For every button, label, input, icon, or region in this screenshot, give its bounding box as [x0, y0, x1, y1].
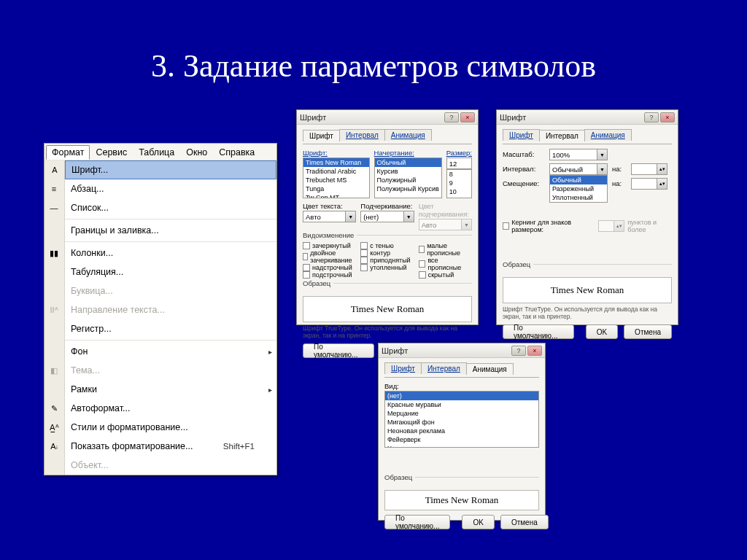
- list-item[interactable]: Фейерверк: [385, 435, 538, 444]
- menu-item[interactable]: AᵢПоказать форматирование...Shift+F1: [65, 437, 276, 456]
- size-input[interactable]: [446, 158, 472, 169]
- close-button[interactable]: ×: [527, 346, 542, 356]
- list-item[interactable]: Красные муравьи: [385, 400, 538, 409]
- list-item[interactable]: Обычный: [375, 158, 441, 167]
- default-button[interactable]: По умолчанию...: [384, 515, 450, 529]
- effect-checkbox[interactable]: надстрочный: [303, 264, 356, 271]
- kerning-spinner[interactable]: ▴▾: [598, 220, 624, 232]
- cancel-button[interactable]: Отмена: [624, 324, 672, 339]
- list-item[interactable]: Обычный: [550, 176, 607, 184]
- tab-animation[interactable]: Анимация: [584, 129, 632, 141]
- chevron-down-icon[interactable]: ▼: [597, 163, 608, 175]
- list-item[interactable]: Уплотненный: [550, 193, 607, 202]
- close-button[interactable]: ×: [460, 112, 475, 122]
- kerning-checkbox[interactable]: Кернинг для знаков размером:: [503, 219, 595, 233]
- menu-item[interactable]: Фон▸: [65, 342, 276, 361]
- menu-item[interactable]: A̲ᴬСтили и форматирование...: [65, 418, 276, 437]
- spinner-icon[interactable]: ▴▾: [657, 163, 667, 175]
- tab-animation[interactable]: Анимация: [466, 363, 514, 375]
- menu-item[interactable]: Табуляция...: [65, 262, 276, 281]
- menu-item-icon: —: [47, 201, 61, 214]
- list-item[interactable]: Курсив: [375, 167, 441, 176]
- spinner-icon[interactable]: ▴▾: [657, 178, 667, 190]
- spacing-dropdown[interactable]: Обычный Разреженный Уплотненный: [549, 175, 608, 203]
- size-list[interactable]: 8 9 10 11: [446, 169, 472, 198]
- menu-item-label: Колонки...: [71, 248, 276, 258]
- default-button[interactable]: По умолчанию...: [503, 324, 574, 339]
- ok-button[interactable]: OK: [586, 324, 618, 339]
- list-item[interactable]: Черные муравьи: [385, 444, 538, 448]
- menubar-item[interactable]: Таблица: [133, 145, 180, 160]
- list-item[interactable]: Times New Roman: [303, 158, 369, 167]
- list-item[interactable]: Полужирный Курсив: [375, 184, 441, 193]
- effects-group-label: Видоизменение: [303, 231, 357, 239]
- position-by-spinner[interactable]: ▴▾: [631, 178, 667, 190]
- effect-checkbox[interactable]: все прописные: [419, 257, 472, 271]
- close-button[interactable]: ×: [660, 112, 675, 122]
- effect-checkbox[interactable]: скрытый: [419, 271, 472, 279]
- list-item[interactable]: 8: [447, 170, 471, 179]
- menu-item[interactable]: Границы и заливка...: [65, 221, 276, 240]
- menu-item[interactable]: ≡Абзац...: [65, 179, 276, 198]
- spacing-combo[interactable]: ▼: [549, 163, 608, 175]
- menu-item[interactable]: Рамки▸: [65, 380, 276, 399]
- underline-combo[interactable]: ▼: [360, 211, 414, 222]
- effect-checkbox[interactable]: подстрочный: [303, 271, 356, 279]
- list-item[interactable]: Полужирный: [375, 176, 441, 184]
- effect-checkbox[interactable]: двойное зачеркивание: [303, 249, 356, 264]
- effect-checkbox[interactable]: зачеркнутый: [303, 242, 356, 249]
- default-button[interactable]: По умолчанию...: [303, 343, 374, 358]
- menu-item[interactable]: ✎Автоформат...: [65, 399, 276, 418]
- effect-checkbox[interactable]: утопленный: [360, 264, 414, 271]
- menu-item[interactable]: AШрифт...: [65, 160, 276, 179]
- list-item[interactable]: Tw Cen MT: [303, 193, 369, 198]
- tab-spacing[interactable]: Интервал: [339, 129, 385, 141]
- list-item[interactable]: Разреженный: [550, 184, 607, 193]
- chevron-down-icon[interactable]: ▼: [346, 211, 356, 222]
- list-item[interactable]: Traditional Arabic: [303, 167, 369, 176]
- menubar-item[interactable]: Сервис: [90, 145, 133, 160]
- tab-spacing[interactable]: Интервал: [421, 362, 467, 374]
- style-list[interactable]: Обычный Курсив Полужирный Полужирный Кур…: [374, 158, 442, 198]
- ok-button[interactable]: OK: [462, 515, 494, 529]
- menubar-item[interactable]: Формат: [46, 145, 90, 160]
- menu-item[interactable]: ▮▮Колонки...: [65, 244, 276, 262]
- animation-list[interactable]: (нет)Красные муравьиМерцаниеМигающий фон…: [384, 391, 539, 448]
- effect-checkbox[interactable]: приподнятый: [360, 257, 414, 264]
- cancel-button[interactable]: Отмена: [500, 515, 549, 529]
- color-combo[interactable]: ▼: [303, 211, 356, 222]
- list-item[interactable]: (нет): [385, 392, 538, 400]
- chevron-down-icon[interactable]: ▼: [404, 211, 414, 222]
- chevron-down-icon[interactable]: ▼: [462, 219, 472, 230]
- list-item[interactable]: Trebuchet MS: [303, 176, 369, 184]
- menu-item[interactable]: —Список...: [65, 198, 276, 217]
- list-item[interactable]: 11: [447, 196, 471, 198]
- menubar-item[interactable]: Окно: [180, 145, 213, 160]
- help-button[interactable]: ?: [644, 112, 659, 122]
- tab-font[interactable]: Шрифт: [384, 362, 422, 374]
- menu-item[interactable]: Регистр...: [65, 319, 276, 338]
- effect-checkbox[interactable]: малые прописные: [419, 242, 472, 257]
- help-button[interactable]: ?: [444, 112, 459, 122]
- scale-combo[interactable]: ▼: [549, 149, 608, 160]
- list-item[interactable]: Мерцание: [385, 409, 538, 418]
- font-list[interactable]: Times New Roman Traditional Arabic Trebu…: [303, 158, 370, 198]
- list-item[interactable]: Tunga: [303, 184, 369, 193]
- spinner-icon[interactable]: ▴▾: [614, 220, 624, 232]
- tab-animation[interactable]: Анимация: [384, 129, 432, 141]
- list-item[interactable]: Мигающий фон: [385, 418, 538, 427]
- tab-font[interactable]: Шрифт: [303, 130, 340, 141]
- list-item[interactable]: 10: [447, 187, 471, 196]
- ucolor-combo[interactable]: ▼: [419, 219, 472, 230]
- spacing-by-spinner[interactable]: ▴▾: [631, 163, 667, 175]
- tab-spacing[interactable]: Интервал: [539, 130, 585, 141]
- tab-font[interactable]: Шрифт: [503, 129, 540, 141]
- chevron-down-icon[interactable]: ▼: [597, 149, 608, 160]
- menubar-item[interactable]: Справка: [213, 145, 260, 160]
- help-button[interactable]: ?: [511, 346, 526, 356]
- list-item[interactable]: 9: [447, 179, 471, 187]
- effect-checkbox[interactable]: с тенью: [360, 242, 414, 249]
- tabstrip: Шрифт Интервал Анимация: [384, 362, 539, 374]
- effect-checkbox[interactable]: контур: [360, 249, 414, 257]
- list-item[interactable]: Неоновая реклама: [385, 427, 538, 435]
